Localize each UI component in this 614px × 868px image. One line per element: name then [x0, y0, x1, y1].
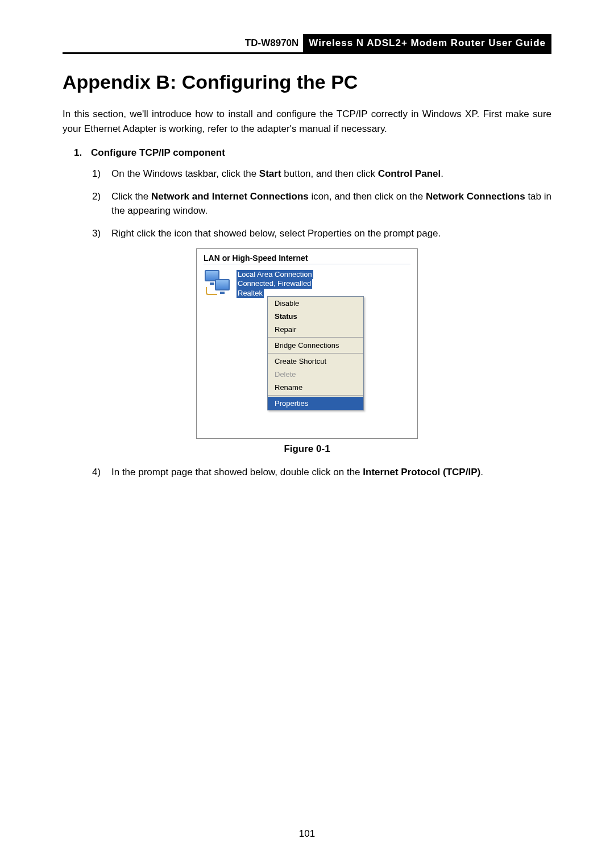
- text-fragment: button, and then click: [281, 168, 378, 179]
- page-number: 101: [0, 828, 614, 840]
- step-text: In the prompt page that showed below, do…: [111, 465, 551, 480]
- model-label: TD-W8970N: [240, 34, 303, 52]
- menu-item-repair[interactable]: Repair: [268, 323, 363, 336]
- step-3: 3) Right click the icon that showed belo…: [92, 226, 551, 241]
- figure-0-1: LAN or High-Speed Internet Local Area Co…: [63, 248, 551, 455]
- figure-caption: Figure 0-1: [284, 443, 330, 455]
- menu-separator: [268, 337, 363, 338]
- menu-item-create-shortcut[interactable]: Create Shortcut: [268, 355, 363, 368]
- menu-separator: [268, 353, 363, 354]
- menu-item-bridge[interactable]: Bridge Connections: [268, 339, 363, 352]
- step-number: 2): [92, 189, 111, 218]
- doc-header: TD-W8970N Wireless N ADSL2+ Modem Router…: [63, 34, 551, 54]
- step-number: 4): [92, 465, 111, 480]
- step-number: 3): [92, 226, 111, 241]
- text-fragment: In the prompt page that showed below, do…: [111, 467, 363, 477]
- menu-item-disable[interactable]: Disable: [268, 297, 363, 310]
- menu-item-status[interactable]: Status: [268, 310, 363, 323]
- bold-fragment: Network and Internet Connections: [151, 191, 309, 202]
- section-heading: 1. Configure TCP/IP component: [74, 147, 551, 159]
- menu-item-rename[interactable]: Rename: [268, 381, 363, 394]
- text-fragment: .: [480, 467, 483, 477]
- text-fragment: .: [441, 168, 443, 179]
- connection-labels: Local Area Connection Connected, Firewal…: [237, 270, 313, 298]
- divider: [204, 264, 410, 264]
- context-menu: Disable Status Repair Bridge Connections…: [267, 296, 364, 410]
- network-connection-icon[interactable]: [204, 270, 233, 297]
- menu-separator: [268, 395, 363, 396]
- connection-name[interactable]: Local Area Connection: [237, 270, 313, 279]
- bold-fragment: Internet Protocol (TCP/IP): [363, 467, 480, 477]
- step-2: 2) Click the Network and Internet Connec…: [92, 189, 551, 218]
- section-title: Configure TCP/IP component: [91, 147, 225, 159]
- step-1: 1) On the Windows taskbar, click the Sta…: [92, 167, 551, 181]
- text-fragment: On the Windows taskbar, click the: [111, 168, 259, 179]
- intro-paragraph: In this section, we'll introduce how to …: [63, 107, 551, 136]
- bold-fragment: Network Connections: [426, 191, 525, 202]
- step-text: Click the Network and Internet Connectio…: [111, 189, 551, 218]
- connection-device: Realtek: [237, 289, 264, 298]
- bold-fragment: Start: [259, 168, 281, 179]
- text-fragment: icon, and then click on the: [309, 191, 426, 202]
- network-connections-window: LAN or High-Speed Internet Local Area Co…: [196, 248, 418, 439]
- menu-item-properties[interactable]: Properties: [268, 397, 363, 410]
- step-text: Right click the icon that showed below, …: [111, 226, 551, 241]
- step-4: 4) In the prompt page that showed below,…: [92, 465, 551, 480]
- text-fragment: Click the: [111, 191, 151, 202]
- step-number: 1): [92, 167, 111, 181]
- page-title: Appendix B: Configuring the PC: [63, 71, 551, 93]
- step-text: On the Windows taskbar, click the Start …: [111, 167, 551, 181]
- category-header: LAN or High-Speed Internet: [204, 254, 410, 263]
- menu-item-delete: Delete: [268, 368, 363, 381]
- connection-status: Connected, Firewalled: [237, 279, 312, 288]
- section-number: 1.: [74, 147, 91, 159]
- bold-fragment: Control Panel: [378, 168, 441, 179]
- guide-title: Wireless N ADSL2+ Modem Router User Guid…: [303, 34, 551, 52]
